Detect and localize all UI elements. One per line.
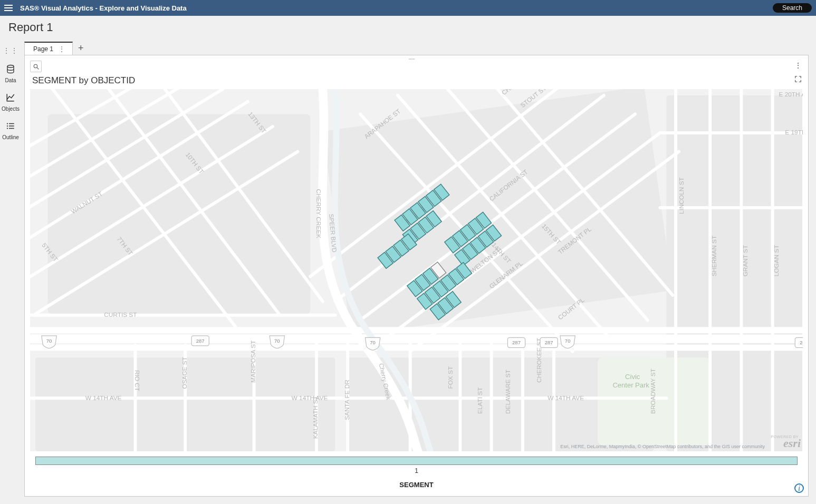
rail-item-outline[interactable]: Outline [0,121,21,140]
app-title: SAS® Visual Analytics - Explore and Visu… [20,4,187,12]
svg-text:MARIPOSA ST: MARIPOSA ST [249,341,257,383]
maximize-icon [794,75,802,83]
legend-tick: 1 [35,467,798,474]
svg-text:W 14TH AVE: W 14TH AVE [85,394,122,402]
tab-label: Page 1 [33,45,53,53]
svg-point-2 [7,125,8,127]
geo-map[interactable]: 13TH ST 10TH ST 7TH ST 5TH ST WALNUT ST … [30,89,803,451]
report-title: Report 1 [8,21,53,34]
esri-logo: esri [783,437,801,450]
tabs-row: Page 1 ⋮ + [24,39,809,55]
svg-line-8 [37,67,39,69]
svg-point-3 [7,128,8,129]
legend-area: 1 SEGMENT [30,451,803,491]
rail-item-label: Data [5,77,16,83]
svg-text:W 14TH AVE: W 14TH AVE [548,394,584,402]
svg-text:287: 287 [545,340,553,345]
svg-text:70: 70 [370,340,376,345]
object-search-button[interactable] [30,61,42,72]
chart-icon [6,93,15,104]
svg-text:E 19TH AVE: E 19TH AVE [785,129,803,136]
rail-item-label: Objects [2,106,20,112]
legend-label: SEGMENT [35,481,798,489]
left-rail: ⋮⋮ Data Objects Outline [0,39,21,504]
svg-text:70: 70 [565,338,571,344]
svg-text:GRANT ST: GRANT ST [742,245,749,277]
info-icon[interactable]: i [794,483,804,493]
legend-color-bar [35,457,798,465]
svg-point-1 [7,123,8,124]
add-tab-button[interactable]: + [78,43,84,55]
svg-text:DELAWARE ST: DELAWARE ST [504,370,512,414]
map-attribution: Esri, HERE, DeLorme, MapmyIndia, © OpenS… [560,444,765,449]
svg-text:CHERRY CREEK: CHERRY CREEK [315,189,322,239]
svg-text:CURTIS ST: CURTIS ST [104,311,137,318]
rail-grip-icon: ⋮⋮ [3,46,18,55]
svg-text:SHERMAN ST: SHERMAN ST [711,236,718,277]
svg-text:287: 287 [512,340,521,345]
svg-text:Center Park: Center Park [612,381,649,389]
chart-title: SEGMENT by OBJECTID [32,75,803,86]
svg-text:70: 70 [274,338,280,344]
object-menu-button[interactable]: ⋮ [792,60,804,71]
svg-text:ELATI ST: ELATI ST [476,387,484,414]
app-topbar: SAS® Visual Analytics - Explore and Visu… [0,0,816,16]
global-search[interactable]: Search [773,3,812,13]
svg-text:RIO CT: RIO CT [133,370,141,391]
svg-text:OSAGE ST: OSAGE ST [181,357,188,389]
maximize-button[interactable] [792,73,804,85]
svg-text:LINCOLN ST: LINCOLN ST [678,177,685,214]
report-title-row: Report 1 [0,16,816,39]
svg-text:BROADWAY ST: BROADWAY ST [649,369,657,414]
rail-item-label: Outline [2,134,19,140]
menu-icon[interactable] [4,3,15,13]
tab-page-1[interactable]: Page 1 ⋮ [24,42,73,55]
svg-point-7 [34,64,37,68]
svg-text:W 14TH AVE: W 14TH AVE [292,394,328,402]
database-icon [6,64,15,75]
list-icon [6,121,15,132]
svg-text:Civic: Civic [625,373,640,381]
svg-text:E 20TH AVE: E 20TH AVE [779,91,803,98]
svg-text:LOGAN ST: LOGAN ST [773,245,781,277]
drag-handle-icon[interactable]: ┅┅ [409,56,425,59]
svg-text:287: 287 [800,340,803,345]
workspace: Page 1 ⋮ + ┅┅ SEGMENT by OBJECTID ⋮ [21,39,816,504]
svg-text:70: 70 [46,338,52,344]
svg-point-0 [7,65,14,68]
svg-text:FOX ST: FOX ST [447,366,454,389]
magnifier-icon [33,63,40,70]
report-canvas: ┅┅ SEGMENT by OBJECTID ⋮ [24,55,809,497]
svg-text:KALAMATH ST: KALAMATH ST [312,396,319,439]
svg-text:287: 287 [196,338,205,344]
rail-item-data[interactable]: Data [0,64,21,83]
rail-item-objects[interactable]: Objects [0,93,21,112]
svg-text:SANTA FE DR: SANTA FE DR [343,380,351,420]
tab-menu-icon[interactable]: ⋮ [59,45,65,53]
